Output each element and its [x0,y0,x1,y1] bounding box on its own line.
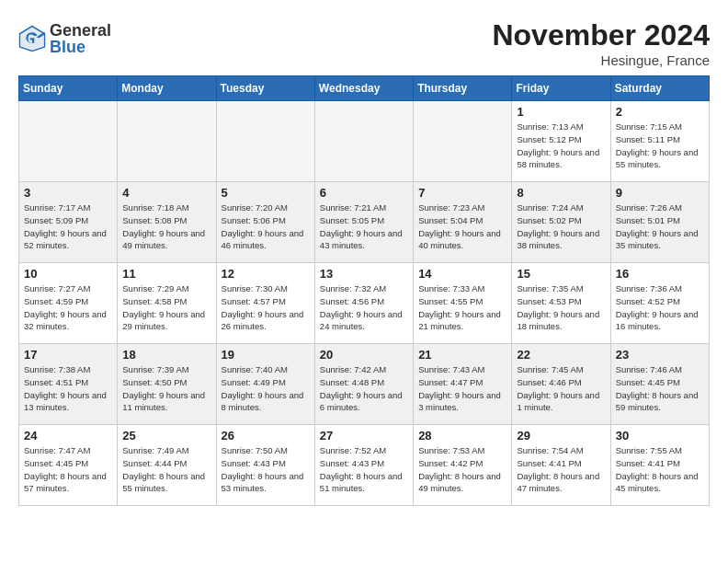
logo-general: General [50,22,111,39]
calendar-week-3: 10Sunrise: 7:27 AM Sunset: 4:59 PM Dayli… [19,263,710,344]
calendar-cell: 10Sunrise: 7:27 AM Sunset: 4:59 PM Dayli… [19,263,118,344]
day-info: Sunrise: 7:35 AM Sunset: 4:53 PM Dayligh… [517,282,605,333]
day-info: Sunrise: 7:17 AM Sunset: 5:09 PM Dayligh… [24,201,112,252]
calendar-cell: 9Sunrise: 7:26 AM Sunset: 5:01 PM Daylig… [610,182,709,263]
day-info: Sunrise: 7:46 AM Sunset: 4:45 PM Dayligh… [616,363,704,414]
day-info: Sunrise: 7:42 AM Sunset: 4:48 PM Dayligh… [320,363,408,414]
day-info: Sunrise: 7:55 AM Sunset: 4:41 PM Dayligh… [616,444,704,495]
calendar-cell: 24Sunrise: 7:47 AM Sunset: 4:45 PM Dayli… [19,425,118,506]
day-number: 27 [320,429,408,442]
day-info: Sunrise: 7:24 AM Sunset: 5:02 PM Dayligh… [517,201,605,252]
col-sunday: Sunday [19,76,118,101]
month-title: November 2024 [492,18,710,52]
day-number: 8 [517,186,605,200]
calendar-cell: 29Sunrise: 7:54 AM Sunset: 4:41 PM Dayli… [512,425,610,506]
calendar-cell: 17Sunrise: 7:38 AM Sunset: 4:51 PM Dayli… [19,344,118,425]
calendar-cell: 26Sunrise: 7:50 AM Sunset: 4:43 PM Dayli… [216,425,314,506]
day-info: Sunrise: 7:38 AM Sunset: 4:51 PM Dayligh… [24,363,112,414]
calendar-cell [314,101,413,182]
title-block: November 2024 Hesingue, France [492,18,710,68]
calendar-cell: 16Sunrise: 7:36 AM Sunset: 4:52 PM Dayli… [610,263,709,344]
day-info: Sunrise: 7:39 AM Sunset: 4:50 PM Dayligh… [122,363,210,414]
calendar-cell [216,101,314,182]
day-number: 5 [222,186,310,200]
day-number: 12 [222,267,310,281]
calendar-table: Sunday Monday Tuesday Wednesday Thursday… [18,75,710,506]
calendar-week-1: 1Sunrise: 7:13 AM Sunset: 5:12 PM Daylig… [19,101,710,182]
header-row: Sunday Monday Tuesday Wednesday Thursday… [19,76,710,101]
day-number: 29 [517,429,605,442]
location: Hesingue, France [492,52,710,68]
day-info: Sunrise: 7:53 AM Sunset: 4:42 PM Dayligh… [418,444,506,495]
day-number: 17 [24,348,112,362]
calendar-cell: 11Sunrise: 7:29 AM Sunset: 4:58 PM Dayli… [118,263,216,344]
day-number: 2 [616,105,704,119]
calendar-cell: 19Sunrise: 7:40 AM Sunset: 4:49 PM Dayli… [216,344,314,425]
day-number: 25 [122,429,210,442]
calendar-cell: 4Sunrise: 7:18 AM Sunset: 5:08 PM Daylig… [118,182,216,263]
col-monday: Monday [118,76,216,101]
day-info: Sunrise: 7:20 AM Sunset: 5:06 PM Dayligh… [222,201,310,252]
day-info: Sunrise: 7:50 AM Sunset: 4:43 PM Dayligh… [222,444,310,495]
calendar-cell: 23Sunrise: 7:46 AM Sunset: 4:45 PM Dayli… [610,344,709,425]
page: General Blue November 2024 Hesingue, Fra… [0,0,728,515]
calendar-cell: 15Sunrise: 7:35 AM Sunset: 4:53 PM Dayli… [512,263,610,344]
day-info: Sunrise: 7:18 AM Sunset: 5:08 PM Dayligh… [122,201,210,252]
day-number: 23 [616,348,704,362]
calendar-cell: 5Sunrise: 7:20 AM Sunset: 5:06 PM Daylig… [216,182,314,263]
day-info: Sunrise: 7:23 AM Sunset: 5:04 PM Dayligh… [418,201,506,252]
day-number: 13 [320,267,408,281]
calendar-cell: 7Sunrise: 7:23 AM Sunset: 5:04 PM Daylig… [414,182,512,263]
day-number: 14 [418,267,506,281]
calendar-cell: 13Sunrise: 7:32 AM Sunset: 4:56 PM Dayli… [314,263,413,344]
calendar-cell: 18Sunrise: 7:39 AM Sunset: 4:50 PM Dayli… [118,344,216,425]
calendar-cell: 8Sunrise: 7:24 AM Sunset: 5:02 PM Daylig… [512,182,610,263]
day-info: Sunrise: 7:32 AM Sunset: 4:56 PM Dayligh… [320,282,408,333]
calendar-cell: 6Sunrise: 7:21 AM Sunset: 5:05 PM Daylig… [314,182,413,263]
day-number: 11 [122,267,210,281]
day-number: 21 [418,348,506,362]
calendar-cell [118,101,216,182]
calendar-cell: 14Sunrise: 7:33 AM Sunset: 4:55 PM Dayli… [414,263,512,344]
calendar-week-2: 3Sunrise: 7:17 AM Sunset: 5:09 PM Daylig… [19,182,710,263]
header: General Blue November 2024 Hesingue, Fra… [18,18,710,68]
calendar-cell: 1Sunrise: 7:13 AM Sunset: 5:12 PM Daylig… [512,101,610,182]
day-number: 18 [122,348,210,362]
day-number: 9 [616,186,704,200]
calendar-cell [414,101,512,182]
day-info: Sunrise: 7:45 AM Sunset: 4:46 PM Dayligh… [517,363,605,414]
calendar-cell: 3Sunrise: 7:17 AM Sunset: 5:09 PM Daylig… [19,182,118,263]
day-number: 4 [122,186,210,200]
calendar-cell: 2Sunrise: 7:15 AM Sunset: 5:11 PM Daylig… [610,101,709,182]
calendar-cell: 28Sunrise: 7:53 AM Sunset: 4:42 PM Dayli… [414,425,512,506]
day-number: 26 [222,429,310,442]
day-info: Sunrise: 7:43 AM Sunset: 4:47 PM Dayligh… [418,363,506,414]
day-info: Sunrise: 7:49 AM Sunset: 4:44 PM Dayligh… [122,444,210,495]
day-info: Sunrise: 7:29 AM Sunset: 4:58 PM Dayligh… [122,282,210,333]
logo: General Blue [18,22,111,55]
calendar-cell: 27Sunrise: 7:52 AM Sunset: 4:43 PM Dayli… [314,425,413,506]
day-number: 10 [24,267,112,281]
day-number: 7 [418,186,506,200]
day-number: 22 [517,348,605,362]
calendar-cell: 20Sunrise: 7:42 AM Sunset: 4:48 PM Dayli… [314,344,413,425]
day-info: Sunrise: 7:47 AM Sunset: 4:45 PM Dayligh… [24,444,112,495]
calendar-cell: 22Sunrise: 7:45 AM Sunset: 4:46 PM Dayli… [512,344,610,425]
day-number: 19 [222,348,310,362]
day-number: 24 [24,429,112,442]
calendar-week-5: 24Sunrise: 7:47 AM Sunset: 4:45 PM Dayli… [19,425,710,506]
logo-icon [18,25,46,52]
day-info: Sunrise: 7:26 AM Sunset: 5:01 PM Dayligh… [616,201,704,252]
calendar-cell: 12Sunrise: 7:30 AM Sunset: 4:57 PM Dayli… [216,263,314,344]
day-number: 15 [517,267,605,281]
day-info: Sunrise: 7:36 AM Sunset: 4:52 PM Dayligh… [616,282,704,333]
day-number: 28 [418,429,506,442]
day-number: 20 [320,348,408,362]
logo-blue: Blue [50,39,111,55]
day-info: Sunrise: 7:54 AM Sunset: 4:41 PM Dayligh… [517,444,605,495]
calendar-cell [19,101,118,182]
day-info: Sunrise: 7:30 AM Sunset: 4:57 PM Dayligh… [222,282,310,333]
day-info: Sunrise: 7:40 AM Sunset: 4:49 PM Dayligh… [222,363,310,414]
logo-text: General Blue [50,22,111,55]
day-number: 30 [616,429,704,442]
